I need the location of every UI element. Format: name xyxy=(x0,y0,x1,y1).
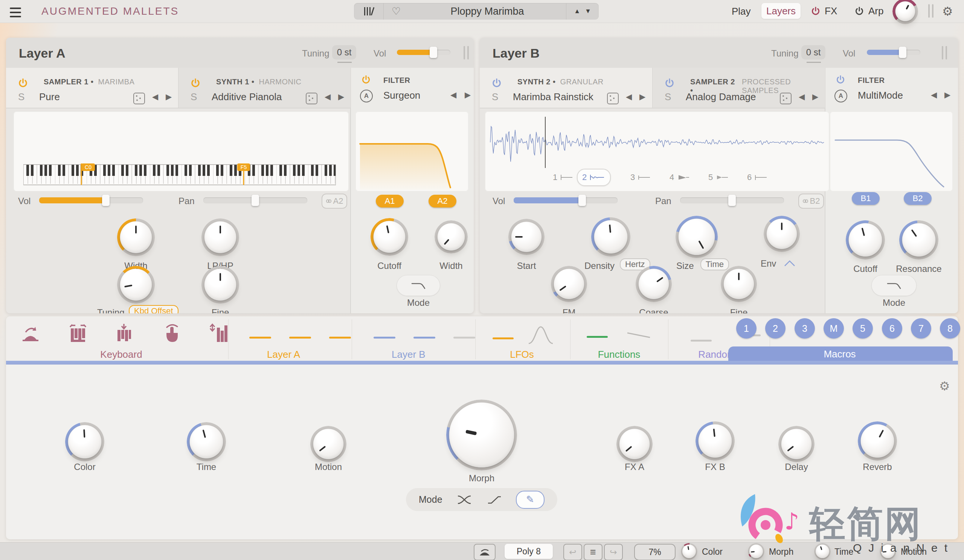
granular-fine-knob[interactable] xyxy=(724,269,754,299)
filter-b-next-icon[interactable]: ▶ xyxy=(944,90,951,99)
macro-morph-knob[interactable] xyxy=(449,402,514,467)
undo-button[interactable]: ↩ xyxy=(563,544,582,560)
tab-arp[interactable]: Arp xyxy=(868,5,883,17)
sampler-1-module-tab[interactable]: SAMPLER 1 • MARIMBA S Pure ◀ ▶ xyxy=(6,68,178,109)
granular-coarse-knob[interactable] xyxy=(639,269,669,299)
layer-a-drag-handle[interactable] xyxy=(462,46,470,61)
env-shape-icon[interactable] xyxy=(783,259,796,269)
layer-a-volume-slider[interactable] xyxy=(397,50,450,55)
waveform-display[interactable]: 1 2 3 4 5 6 xyxy=(485,111,829,191)
synth-2-dice-icon[interactable] xyxy=(607,93,619,104)
bottombar-time-knob[interactable] xyxy=(816,545,829,558)
macro-button-6[interactable]: 6 xyxy=(882,318,902,339)
synth-1-module-tab[interactable]: SYNTH 1 • HARMONIC S Additive Pianola ◀ … xyxy=(178,68,350,109)
sampler-a-width-knob[interactable] xyxy=(120,221,152,253)
layer-b-drag-handle[interactable] xyxy=(941,46,948,61)
filter-a1-button[interactable]: A1 xyxy=(376,195,404,207)
sampler-2-dice-icon[interactable] xyxy=(780,93,791,104)
sampler-2-power-icon[interactable] xyxy=(664,78,675,89)
layer-b-mixer-vol-slider[interactable] xyxy=(514,197,617,203)
sampler-2-preset[interactable]: Analog Damage xyxy=(686,91,756,103)
macros-gear-icon[interactable]: ⚙ xyxy=(939,379,950,393)
macro-fxa-knob[interactable] xyxy=(619,429,650,459)
macro-fxb-knob[interactable] xyxy=(699,425,732,457)
sampler-1-power-icon[interactable] xyxy=(17,78,29,89)
filter-a-power-icon[interactable] xyxy=(361,75,371,85)
tab-play[interactable]: Play xyxy=(732,6,751,17)
sampler-2-module-tab[interactable]: SAMPLER 2 • PROCESSED SAMPLES S Analog D… xyxy=(652,68,825,109)
cpu-zoom-button[interactable]: 7% xyxy=(634,544,676,560)
macro-color-knob[interactable] xyxy=(68,425,101,458)
redo-button[interactable]: ↪ xyxy=(604,544,623,560)
tab-keyboard[interactable]: Keyboard xyxy=(6,316,228,361)
granular-density-knob[interactable] xyxy=(594,220,627,254)
filter-b-resonance-knob[interactable] xyxy=(902,223,935,256)
granular-env-knob[interactable] xyxy=(767,219,797,249)
synth-2-next-icon[interactable]: ▶ xyxy=(639,92,645,101)
filter-a-module-tab[interactable]: FILTER A Surgeon ◀ ▶ xyxy=(350,68,474,108)
keyboard-range-display[interactable]: C0 F5 xyxy=(13,111,349,191)
macro-motion-knob[interactable] xyxy=(313,429,344,459)
kbd-offset-badge[interactable]: Kbd Offset xyxy=(129,305,179,313)
sample-slot-6[interactable]: 6 xyxy=(747,173,768,182)
macro-delay-knob[interactable] xyxy=(782,429,811,459)
preset-up-icon[interactable]: ▲ xyxy=(574,8,580,15)
history-list-button[interactable]: ≡ xyxy=(584,544,602,560)
sampler-a-lphp-knob[interactable] xyxy=(205,221,236,253)
sample-slot-3[interactable]: 3 xyxy=(630,173,651,182)
filter-b-prev-icon[interactable]: ◀ xyxy=(931,90,937,99)
tab-layers[interactable]: Layers xyxy=(761,3,801,19)
synth-2-prev-icon[interactable]: ◀ xyxy=(626,92,632,101)
filter-b-power-icon[interactable] xyxy=(835,75,846,85)
filter-b2-button[interactable]: B2 xyxy=(904,192,931,205)
filter-a-cutoff-knob[interactable] xyxy=(373,221,405,253)
sampler-1-dice-icon[interactable] xyxy=(133,93,145,104)
draw-mode-button[interactable]: ✎ xyxy=(516,491,544,509)
macro-button-5[interactable]: 5 xyxy=(853,318,873,339)
layer-b-pan-slider[interactable] xyxy=(680,197,784,203)
sample-slot-1[interactable]: 1 xyxy=(553,173,574,182)
filter-a-width-knob[interactable] xyxy=(438,223,465,251)
tab-layer-b-envs[interactable]: Layer B Envs xyxy=(352,316,475,361)
macro-button-1[interactable]: 1 xyxy=(736,318,757,339)
sampler-a-tuning-knob[interactable] xyxy=(120,269,152,301)
filter-a-mode-button[interactable] xyxy=(397,275,440,296)
filter-b1-button[interactable]: B1 xyxy=(852,192,880,205)
tab-macros[interactable]: Macros 1 2 3 M 5 6 7 8 xyxy=(770,316,958,365)
macro-button-8[interactable]: 8 xyxy=(940,318,960,339)
filter-b-module-tab[interactable]: FILTER A MultiMode ◀ ▶ xyxy=(825,68,958,108)
filter-b-preset[interactable]: MultiMode xyxy=(858,90,903,101)
macro-button-m[interactable]: M xyxy=(824,318,844,339)
layer-b-tuning-value[interactable]: 0 st xyxy=(801,45,826,60)
synth-1-power-icon[interactable] xyxy=(190,78,201,89)
sampler-1-preset[interactable]: Pure xyxy=(39,91,60,103)
sampler-2-prev-icon[interactable]: ◀ xyxy=(799,92,805,101)
synth-1-dice-icon[interactable] xyxy=(306,93,318,104)
arp-power-icon[interactable] xyxy=(854,6,865,16)
filter-b-cutoff-knob[interactable] xyxy=(849,223,882,256)
preset-name[interactable]: Ploppy Marimba xyxy=(409,3,566,20)
synth-2-module-tab[interactable]: SYNTH 2 • GRANULAR S Marimba Rainstick ◀… xyxy=(480,68,652,109)
tab-functions[interactable]: Functions xyxy=(570,316,668,361)
master-volume-knob[interactable] xyxy=(896,2,915,21)
bend-range-button[interactable] xyxy=(474,544,495,560)
hamburger-menu-icon[interactable] xyxy=(10,5,21,20)
synth-2-power-icon[interactable] xyxy=(491,78,502,89)
layer-a-mixer-vol-slider[interactable] xyxy=(39,197,143,203)
layer-a-tuning-value[interactable]: 0 st xyxy=(332,45,356,60)
granular-fm-knob[interactable] xyxy=(554,269,584,299)
filter-b-mode-button[interactable] xyxy=(871,275,917,296)
sampler-1-prev-icon[interactable]: ◀ xyxy=(152,92,158,101)
synth-1-preset[interactable]: Additive Pianola xyxy=(212,91,282,103)
poly-button[interactable]: Poly 8 xyxy=(505,544,553,559)
sampler-2-next-icon[interactable]: ▶ xyxy=(812,92,818,101)
synth-1-next-icon[interactable]: ▶ xyxy=(338,92,344,101)
sampler-1-next-icon[interactable]: ▶ xyxy=(166,92,172,101)
layer-b-volume-slider[interactable] xyxy=(867,50,920,55)
layer-a-link-badge[interactable]: A2 xyxy=(322,194,347,208)
tab-layer-a-envs[interactable]: Layer A Envs xyxy=(228,316,352,361)
granular-start-knob[interactable] xyxy=(511,222,542,252)
tab-lfos[interactable]: LFOs xyxy=(475,316,570,361)
fx-power-icon[interactable] xyxy=(810,6,821,16)
macro-reverb-knob[interactable] xyxy=(861,425,894,457)
